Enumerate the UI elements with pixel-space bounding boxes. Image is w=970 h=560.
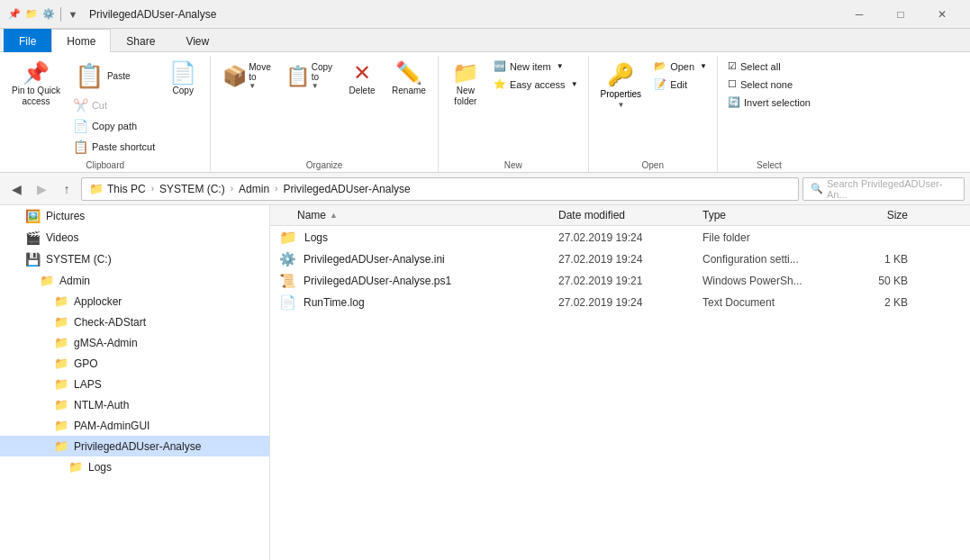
easy-access-button[interactable]: ⭐ Easy access ▼ [489,76,583,93]
sidebar-item-system-c[interactable]: 💾 SYSTEM (C:) [0,248,269,270]
new-item-arrow: ▼ [557,62,564,70]
file-date-cell: 27.02.2019 19:24 [558,296,703,309]
up-button[interactable]: ↑ [56,178,77,200]
open-edit-col: 📂 Open ▼ 📝 Edit [649,58,712,93]
ribbon-group-new: 📁 New folder 🆕 New item ▼ ⭐ Easy access … [439,56,589,172]
sidebar-item-privilegedaduser[interactable]: 📁 PrivilegedADUser-Analyse [0,436,269,456]
file-type-cell: Windows PowerSh... [703,275,847,287]
paste-shortcut-button[interactable]: 📋 Paste shortcut [68,137,159,157]
sidebar-item-gmsa-admin[interactable]: 📁 gMSA-Admin [0,332,269,353]
select-none-button[interactable]: ☐ Select none [723,76,815,93]
file-name-label: RunTime.log [304,296,365,309]
sidebar-item-applocker[interactable]: 📁 Applocker [0,291,269,312]
sidebar-item-label: LAPS [74,378,102,391]
cut-icon: ✂️ [73,98,88,113]
edit-button[interactable]: 📝 Edit [649,76,712,93]
quick-access-toolbar: 📌 📁 ⚙️ ▼ [7,7,80,22]
rename-button[interactable]: ✏️ Rename [385,58,432,101]
check-adstart-icon: 📁 [54,315,68,329]
invert-selection-button[interactable]: 🔄 Invert selection [723,94,815,111]
sidebar-item-pictures[interactable]: 🖼️ Pictures [0,205,269,227]
new-folder-quick-icon[interactable]: 📁 [24,7,39,22]
sidebar-item-pam-admingui[interactable]: 📁 PAM-AdminGUI [0,415,269,436]
table-row[interactable]: ⚙️ PrivilegedADUser-Analyse.ini 27.02.20… [270,248,970,270]
tab-home[interactable]: Home [51,29,111,52]
file-size-cell: 2 KB [847,296,919,309]
copy-path-button[interactable]: 📄 Copy path [68,116,159,136]
file-name-label: Logs [304,231,328,244]
search-box[interactable]: 🔍 Search PrivilegedADUser-An... [802,177,965,201]
delete-button[interactable]: ✕ Delete [340,58,384,101]
search-placeholder: Search PrivilegedADUser-An... [827,178,956,200]
open-icon: 📂 [654,60,666,72]
paste-button[interactable]: 📋 Paste [68,58,159,95]
delete-icon: ✕ [353,62,371,84]
address-bar[interactable]: 📁 This PC › SYSTEM (C:) › Admin › Privil… [81,177,799,201]
pin-to-quick-access-button[interactable]: 📌 Pin to Quick access [5,58,67,112]
file-type-icon: 📁 [279,229,297,246]
sidebar-item-label: Check-ADStart [74,316,146,329]
move-to-button[interactable]: 📦 Move to ▼ [216,58,276,95]
tab-file[interactable]: File [4,29,51,52]
table-row[interactable]: 📄 RunTime.log 27.02.2019 19:24 Text Docu… [270,292,970,313]
new-item-button[interactable]: 🆕 New item ▼ [489,58,583,75]
close-button[interactable]: ✕ [921,0,963,29]
minimize-button[interactable]: ─ [839,0,880,29]
file-name-label: PrivilegedADUser-Analyse.ini [304,253,445,266]
sidebar-item-admin[interactable]: 📁 Admin [0,270,269,291]
copy-to-icon: 📋 [286,65,310,88]
search-icon: 🔍 [811,183,823,194]
admin-folder-icon: 📁 [40,274,54,287]
file-name-label: PrivilegedADUser-Analyse.ps1 [304,275,451,287]
cut-button[interactable]: ✂️ Cut [68,95,159,115]
sidebar-item-check-adstart[interactable]: 📁 Check-ADStart [0,312,269,332]
navigation-bar: ◀ ▶ ↑ 📁 This PC › SYSTEM (C:) › Admin › … [0,173,970,205]
file-name-cell: 📜 PrivilegedADUser-Analyse.ps1 [270,273,558,289]
copy-button[interactable]: 📄 Copy [161,58,204,101]
sidebar-item-gpo[interactable]: 📁 GPO [0,353,269,374]
gmsa-admin-icon: 📁 [54,336,68,349]
back-button[interactable]: ◀ [5,178,27,200]
file-name-cell: ⚙️ PrivilegedADUser-Analyse.ini [270,251,558,267]
sidebar-item-label: gMSA-Admin [74,337,138,349]
sidebar-item-laps[interactable]: 📁 LAPS [0,374,269,394]
breadcrumb-admin[interactable]: Admin [239,183,269,195]
file-name-cell: 📄 RunTime.log [270,294,558,311]
sidebar-item-videos[interactable]: 🎬 Videos [0,227,269,248]
tab-share[interactable]: Share [111,29,170,52]
sidebar-item-label: SYSTEM (C:) [46,253,112,266]
new-folder-button[interactable]: 📁 New folder [444,58,487,112]
pin-icon[interactable]: 📌 [7,7,22,22]
pam-admingui-icon: 📁 [54,419,68,432]
file-type-icon: 📄 [279,294,296,311]
dropdown-arrow-icon[interactable]: ▼ [66,7,80,22]
header-size[interactable]: Size [847,209,919,221]
new-item-icon: 🆕 [494,60,506,72]
ribbon-tabs: File Home Share View [0,29,970,52]
breadcrumb-current[interactable]: PrivilegedADUser-Analyse [283,183,410,195]
file-size-cell: 50 KB [847,275,919,287]
sidebar-item-logs[interactable]: 📁 Logs [0,456,269,477]
sidebar-item-ntlm-auth[interactable]: 📁 NTLM-Auth [0,394,269,415]
copy-to-button[interactable]: 📋 Copy to ▼ [279,58,339,95]
properties-quick-icon[interactable]: ⚙️ [41,7,56,22]
table-row[interactable]: 📁 Logs 27.02.2019 19:24 File folder [270,226,970,248]
privilegedaduser-icon: 📁 [54,439,68,453]
sidebar-item-label: PrivilegedADUser-Analyse [74,440,201,453]
tab-view[interactable]: View [170,29,224,52]
sidebar-item-label: Videos [46,231,78,244]
header-type[interactable]: Type [703,209,847,221]
ntlm-auth-icon: 📁 [54,398,68,411]
breadcrumb-this-pc[interactable]: This PC [107,183,146,195]
window-controls: ─ □ ✕ [839,0,963,29]
header-date[interactable]: Date modified [558,209,703,221]
system-c-icon: 💾 [25,252,41,266]
open-button[interactable]: 📂 Open ▼ [649,58,712,75]
select-all-button[interactable]: ☑ Select all [723,58,815,75]
table-row[interactable]: 📜 PrivilegedADUser-Analyse.ps1 27.02.201… [270,270,970,292]
maximize-button[interactable]: □ [880,0,921,29]
properties-button[interactable]: 🔑 Properties ▼ [594,58,648,113]
header-name[interactable]: Name ▲ [270,209,558,221]
forward-button[interactable]: ▶ [31,178,52,200]
breadcrumb-system-c[interactable]: SYSTEM (C:) [159,183,225,195]
